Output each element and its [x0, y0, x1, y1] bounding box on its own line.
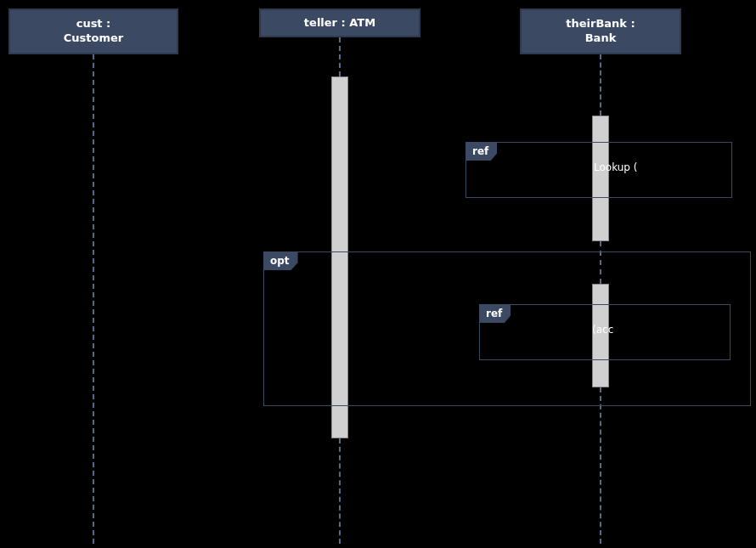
- lifeline-teller-top: [339, 37, 341, 76]
- lifeline-cust: [93, 54, 94, 544]
- lifeline-head-teller: teller : ATM: [259, 8, 420, 37]
- lifeline-bank-bottom: [600, 387, 601, 544]
- lifeline-teller-bottom: [339, 438, 341, 544]
- lifeline-head-label: teller : ATM: [304, 16, 375, 31]
- frame-ref-acc: ref (acc: [479, 304, 731, 360]
- frame-tag-opt: opt: [263, 251, 298, 270]
- lifeline-head-cust: cust :Customer: [8, 8, 178, 54]
- lifeline-head-label: cust :Customer: [64, 17, 123, 46]
- frame-text-ref2: (acc: [592, 324, 613, 336]
- frame-ref-lookup: ref Lookup (: [465, 142, 732, 198]
- sequence-diagram: cust :Customer teller : ATM theirBank :B…: [0, 0, 756, 548]
- frame-text-ref1: Lookup (: [594, 161, 637, 173]
- frame-tag-ref2: ref: [479, 304, 511, 323]
- lifeline-head-label: theirBank :Bank: [566, 17, 635, 46]
- lifeline-head-bank: theirBank :Bank: [520, 8, 681, 54]
- lifeline-bank-top: [600, 54, 601, 116]
- frame-tag-ref1: ref: [465, 142, 497, 161]
